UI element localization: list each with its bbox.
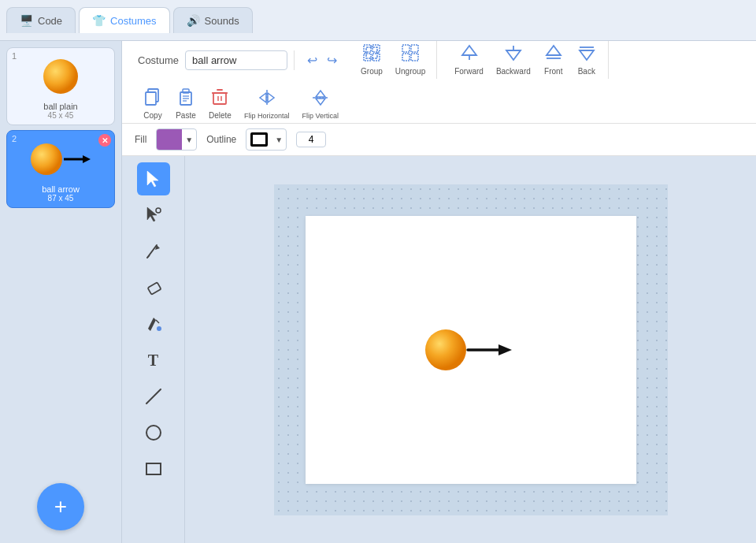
tool-eraser[interactable] [137, 271, 170, 304]
fill-bucket-icon [144, 314, 163, 333]
ungroup-icon [402, 44, 419, 65]
svg-point-45 [157, 326, 161, 331]
costume-name-section: Costume [132, 50, 295, 70]
redo-button[interactable]: ↪ [324, 50, 340, 71]
delete-costume-2-button[interactable]: ✕ [98, 134, 111, 147]
svg-rect-10 [411, 45, 418, 52]
ball-arrow-svg [29, 139, 92, 179]
copy-button[interactable]: Copy [138, 85, 168, 123]
undo-button[interactable]: ↩ [304, 50, 321, 71]
svg-rect-4 [364, 45, 371, 52]
outline-color-preview [246, 129, 272, 150]
svg-marker-52 [498, 344, 512, 355]
costume-size-2: 87 x 45 [12, 194, 109, 203]
backward-button[interactable]: Backward [491, 41, 536, 79]
reshape-cursor-icon [144, 206, 163, 225]
tool-text[interactable]: T [137, 344, 170, 377]
costume-number-1: 1 [12, 51, 17, 61]
tool-pencil[interactable] [137, 235, 170, 268]
svg-point-0 [43, 59, 78, 94]
toolbar: Costume ↩ ↪ Group [122, 41, 756, 124]
tool-line[interactable] [137, 380, 170, 413]
tools-sidebar: T [122, 156, 185, 543]
ungroup-button[interactable]: Ungroup [391, 41, 430, 79]
tool-rectangle[interactable] [137, 452, 170, 485]
costume-name-input[interactable] [185, 50, 287, 70]
svg-marker-13 [462, 46, 476, 55]
pencil-icon [144, 242, 163, 261]
ellipse-icon [144, 423, 163, 442]
front-button[interactable]: Front [539, 41, 569, 79]
add-costume-button[interactable]: + [37, 483, 84, 530]
tab-code[interactable]: 🖥️ Code [6, 7, 76, 33]
tool-select[interactable] [137, 162, 170, 195]
group-icon [363, 44, 380, 65]
sounds-icon: 🔊 [187, 14, 200, 27]
costume-number-2: 2 [12, 134, 17, 143]
costume-item-2[interactable]: 2 ✕ ball a [6, 130, 115, 208]
svg-marker-39 [147, 171, 158, 187]
layer-section: Forward Backward Front [443, 41, 609, 79]
group-label: Group [361, 67, 383, 76]
tool-reshape[interactable] [137, 199, 170, 232]
fill-outline-row: Fill ▼ Outline ▼ [122, 124, 756, 156]
content-row: T [122, 156, 756, 543]
delete-icon [211, 88, 228, 110]
back-button[interactable]: Back [572, 41, 602, 79]
tool-ellipse[interactable] [137, 416, 170, 449]
svg-rect-44 [147, 282, 161, 295]
svg-point-48 [146, 426, 161, 440]
outline-label: Outline [206, 134, 236, 145]
fill-label: Fill [135, 134, 146, 145]
tool-fill[interactable] [137, 307, 170, 340]
forward-label: Forward [454, 67, 484, 76]
ungroup-label: Ungroup [395, 67, 425, 76]
costumes-icon: 👕 [92, 14, 106, 27]
svg-marker-40 [147, 207, 157, 221]
flip-horizontal-button[interactable]: Flip Horizontal [239, 86, 295, 123]
tab-costumes[interactable]: 👕 Costumes [79, 7, 170, 33]
svg-marker-34 [260, 93, 266, 102]
svg-line-46 [156, 320, 159, 323]
svg-rect-22 [146, 92, 156, 105]
rectangle-icon [144, 459, 163, 478]
delete-button[interactable]: Delete [204, 85, 236, 123]
fill-color-picker[interactable]: ▼ [156, 128, 197, 151]
main-content: 1 ball plain 45 x 45 [0, 41, 756, 543]
svg-rect-28 [213, 93, 226, 104]
outline-color-picker[interactable]: ▼ [246, 128, 287, 151]
svg-rect-7 [372, 54, 380, 61]
costume-label: Costume [138, 54, 179, 66]
svg-marker-35 [268, 93, 274, 102]
flip-vertical-button[interactable]: Flip Vertical [297, 86, 343, 123]
svg-point-41 [156, 208, 161, 213]
tab-sounds[interactable]: 🔊 Sounds [173, 7, 253, 33]
select-cursor-icon [144, 169, 163, 188]
front-icon [545, 44, 562, 65]
svg-rect-11 [402, 54, 410, 61]
forward-button[interactable]: Forward [450, 41, 488, 79]
canvas-container [185, 156, 756, 543]
forward-icon [461, 44, 478, 65]
canvas-inner[interactable] [306, 216, 636, 484]
group-button[interactable]: Group [356, 41, 387, 79]
fill-dropdown-arrow: ▼ [182, 136, 196, 144]
tab-code-label: Code [38, 15, 62, 27]
edit-section: Copy Paste Delete [132, 85, 350, 123]
costume-item-1[interactable]: 1 ball plain 45 x 45 [6, 47, 115, 125]
group-section: Group Ungroup [350, 41, 437, 79]
ball-arrow-canvas [424, 326, 518, 374]
paste-label: Paste [176, 111, 196, 120]
undo-redo-section: ↩ ↪ [301, 50, 343, 71]
copy-icon [144, 88, 161, 110]
flip-horizontal-label: Flip Horizontal [244, 112, 290, 120]
back-label: Back [578, 67, 595, 76]
svg-marker-15 [506, 50, 521, 60]
canvas-bg [274, 184, 668, 515]
costume-preview-1 [29, 53, 92, 100]
svg-rect-12 [411, 54, 418, 61]
paste-button[interactable]: Paste [171, 85, 201, 123]
outline-size-input[interactable] [296, 132, 326, 147]
svg-marker-38 [316, 99, 325, 105]
front-label: Front [544, 67, 562, 76]
